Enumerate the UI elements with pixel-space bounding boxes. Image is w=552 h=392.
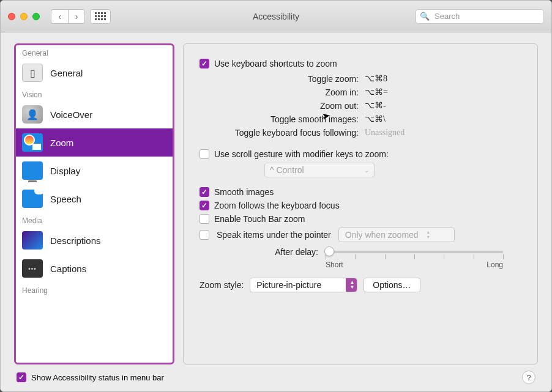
shortcut-toggle-zoom-label: Toggle zoom: <box>200 72 359 86</box>
use-keyboard-shortcuts-label: Use keyboard shortcuts to zoom <box>214 59 337 68</box>
footer: Show Accessibility status in menu bar ? <box>14 364 538 386</box>
sidebar-item-label: VoiceOver <box>50 109 92 120</box>
sidebar-section-vision: Vision <box>16 87 173 100</box>
back-button[interactable]: ‹ <box>51 9 68 24</box>
search-input[interactable] <box>433 11 540 21</box>
zoom-style-row: Zoom style: Picture-in-picture ▲▼ Option… <box>200 278 521 292</box>
sidebar-item-label: Descriptions <box>50 235 101 246</box>
search-field[interactable]: 🔍 <box>416 9 544 24</box>
smooth-images-label: Smooth images <box>214 187 274 197</box>
speak-items-checkbox[interactable] <box>200 230 209 240</box>
zoom-pane-icon <box>22 133 43 152</box>
chevron-right-icon: › <box>75 12 78 21</box>
forward-button[interactable]: › <box>68 9 85 24</box>
sidebar-item-general[interactable]: ▯ General <box>16 59 173 87</box>
zoom-style-label: Zoom style: <box>200 280 244 290</box>
use-scroll-gesture-checkbox[interactable] <box>200 149 209 159</box>
sidebar-section-general: General <box>16 45 173 59</box>
show-status-checkbox[interactable] <box>17 372 26 382</box>
search-icon: 🔍 <box>420 12 430 21</box>
nav-back-forward: ‹ › <box>51 9 85 24</box>
shortcut-list: Toggle zoom: ⌥⌘8 Zoom in: ⌥⌘= Zoom out: … <box>200 72 521 139</box>
smooth-images-checkbox[interactable] <box>200 187 209 197</box>
enable-touch-bar-checkbox[interactable] <box>200 214 209 224</box>
shortcut-toggle-focus-value: Unassigned <box>365 126 405 139</box>
speak-items-label: Speak items under the pointer <box>217 230 331 240</box>
close-button[interactable] <box>8 13 15 20</box>
sidebar: General ▯ General Vision 👤 VoiceOver Zoo… <box>14 43 174 364</box>
sidebar-item-captions[interactable]: ••• Captions <box>16 254 173 283</box>
display-icon <box>22 161 43 180</box>
speak-mode-popup[interactable]: Only when zoomed ▲▼ <box>338 227 455 242</box>
use-scroll-gesture-label: Use scroll gesture with modifier keys to… <box>214 149 389 159</box>
sidebar-item-label: Speech <box>50 194 81 204</box>
shortcut-toggle-zoom-value: ⌥⌘8 <box>365 72 387 86</box>
captions-icon: ••• <box>22 259 43 278</box>
chevron-down-icon: ⌄ <box>364 167 369 174</box>
show-all-button[interactable] <box>90 9 111 24</box>
use-keyboard-shortcuts-row: Use keyboard shortcuts to zoom <box>200 59 521 68</box>
grid-icon <box>95 12 106 20</box>
sidebar-item-voiceover[interactable]: 👤 VoiceOver <box>16 100 173 128</box>
sidebar-item-display[interactable]: Display <box>16 157 173 185</box>
sidebar-item-label: Zoom <box>50 138 73 148</box>
after-delay-min: Short <box>326 261 343 269</box>
after-delay-label: After delay: <box>200 246 318 257</box>
speak-mode-value: Only when zoomed <box>345 230 419 240</box>
sidebar-item-descriptions[interactable]: Descriptions <box>16 226 173 254</box>
chevron-left-icon: ‹ <box>58 12 61 21</box>
show-status-label: Show Accessibility status in menu bar <box>31 373 164 382</box>
shortcut-toggle-smooth-value: ⌥⌘\ <box>365 113 386 126</box>
zoom-follows-focus-label: Zoom follows the keyboard focus <box>214 201 340 210</box>
sidebar-item-zoom[interactable]: Zoom <box>16 128 173 157</box>
sidebar-item-label: Captions <box>50 264 86 274</box>
general-icon: ▯ <box>22 64 43 82</box>
scroll-modifier-value: ^ Control <box>270 165 304 175</box>
speech-icon <box>22 190 43 208</box>
accessibility-window: ‹ › Accessibility 🔍 General ▯ <box>0 0 552 392</box>
zoom-options-button[interactable]: Options… <box>364 278 420 292</box>
shortcut-zoom-in-label: Zoom in: <box>200 86 359 99</box>
sidebar-section-hearing: Hearing <box>16 283 173 296</box>
after-delay-block: After delay: Short <box>200 246 521 267</box>
zoom-options-label: Options… <box>373 280 411 290</box>
sidebar-section-media: Media <box>16 213 173 226</box>
zoom-window-button[interactable] <box>32 13 40 20</box>
after-delay-slider[interactable]: Short Long <box>326 246 503 267</box>
sidebar-item-label: General <box>50 68 83 78</box>
updown-icon: ▲▼ <box>349 280 354 290</box>
slider-knob[interactable] <box>324 246 334 256</box>
after-delay-max: Long <box>487 261 503 269</box>
shortcut-zoom-in-value: ⌥⌘= <box>365 86 388 99</box>
window-controls <box>8 13 40 20</box>
shortcut-toggle-smooth-label: Toggle smooth images: <box>200 113 359 126</box>
main-panel: Use keyboard shortcuts to zoom Toggle zo… <box>183 43 538 364</box>
zoom-style-popup[interactable]: Picture-in-picture ▲▼ <box>250 278 357 292</box>
shortcut-zoom-out-label: Zoom out: <box>200 99 359 113</box>
enable-touch-bar-label: Enable Touch Bar zoom <box>214 214 305 224</box>
voiceover-icon: 👤 <box>22 105 43 124</box>
help-icon: ? <box>526 373 531 382</box>
shortcut-zoom-out-value: ⌥⌘- <box>365 99 386 113</box>
titlebar: ‹ › Accessibility 🔍 <box>1 1 551 32</box>
zoom-style-value: Picture-in-picture <box>256 280 321 290</box>
use-keyboard-shortcuts-checkbox[interactable] <box>200 59 209 68</box>
sidebar-item-label: Display <box>50 166 80 176</box>
use-scroll-gesture-row: Use scroll gesture with modifier keys to… <box>200 149 521 159</box>
minimize-button[interactable] <box>20 13 28 20</box>
help-button[interactable]: ? <box>522 371 535 384</box>
shortcut-toggle-focus-label: Toggle keyboard focus following: <box>200 126 359 139</box>
zoom-follows-focus-checkbox[interactable] <box>200 201 209 210</box>
descriptions-icon <box>22 231 43 250</box>
sidebar-item-speech[interactable]: Speech <box>16 185 173 213</box>
window-body: General ▯ General Vision 👤 VoiceOver Zoo… <box>1 32 551 391</box>
scroll-modifier-popup[interactable]: ^ Control ⌄ <box>264 163 375 177</box>
updown-icon: ▲▼ <box>423 228 433 242</box>
